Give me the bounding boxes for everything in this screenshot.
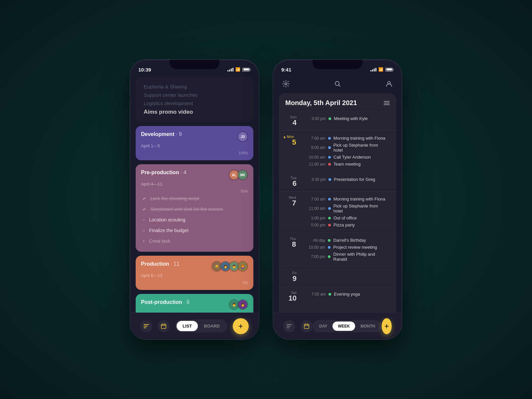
svg-rect-12: [384, 103, 390, 103]
month-tab[interactable]: MONTH: [355, 322, 380, 331]
day-tab[interactable]: DAY: [314, 322, 332, 331]
development-card[interactable]: Development · 9 JD April 1—5 100%: [136, 126, 253, 160]
event-time-4: 11:00 am: [303, 162, 326, 167]
calendar-header-bar: [273, 74, 402, 93]
event-sat10-1[interactable]: 7:00 am Evening yoga: [303, 291, 365, 298]
right-add-button[interactable]: +: [382, 318, 392, 334]
task-item-done-2[interactable]: ✓ Storyboard and shot list the scenes: [142, 204, 247, 214]
event-mon5-4[interactable]: 11:00 am Team meeting: [303, 161, 391, 168]
left-add-button[interactable]: +: [233, 318, 249, 334]
event-tue6-1[interactable]: 3:30 pm Presentation for Greg: [303, 176, 380, 183]
event-dot-2: [328, 146, 331, 149]
event-name-2: Pick up Stephanie from hotel: [333, 143, 386, 153]
add-task-item[interactable]: + Creat task: [142, 236, 247, 246]
preproduction-card[interactable]: Pre-production · 4 AL MK April 4—11 50% …: [136, 164, 253, 252]
event-time: 3:00 pm: [303, 116, 326, 121]
svg-rect-13: [384, 104, 390, 105]
day-number-thu8: 8: [284, 241, 296, 248]
calendar-hamburger-icon[interactable]: [384, 99, 390, 107]
event-dot-tue6-1: [329, 178, 331, 181]
circle-icon-2: ○: [142, 228, 145, 233]
battery-icon: [242, 68, 251, 71]
event-wed7-3[interactable]: 1:00 pm Out of office: [303, 214, 391, 221]
event-name-1: Morning training with Fiona: [333, 136, 385, 141]
task-item-todo-1[interactable]: ○ Location scouting: [142, 214, 247, 225]
day-section-fri9: Fri 9: [279, 267, 396, 286]
phone-notch: [170, 60, 219, 69]
list-tab[interactable]: LIST: [177, 321, 198, 331]
event-time-3: 10:00 am: [303, 155, 326, 160]
right-filter-icon-btn[interactable]: [283, 320, 295, 332]
day-section-sat10: Sat 10 7:00 am Evening yoga: [279, 286, 396, 306]
svg-rect-2: [144, 328, 146, 328]
svg-point-7: [285, 83, 287, 85]
faded-item-4-active[interactable]: Aims promo video: [144, 107, 245, 117]
event-dot: [329, 117, 331, 120]
event-name-tue6-1: Presentation for Greg: [334, 177, 375, 182]
svg-rect-1: [144, 326, 148, 327]
preproduction-progress: 50%: [141, 189, 248, 193]
event-sun4-1[interactable]: 3:00 pm Meeting with Kyle: [303, 115, 373, 122]
svg-rect-17: [304, 324, 309, 329]
event-time-1: 7:00 am: [303, 136, 326, 141]
faded-item-2: Support center launches: [144, 91, 245, 99]
signal-icon: [227, 68, 233, 71]
right-wifi-icon: 📶: [378, 67, 383, 72]
profile-icon[interactable]: [383, 78, 395, 90]
task-list: ✓ Lock the shooting script ✓ Storyboard …: [141, 193, 248, 246]
list-board-tabs: LIST BOARD: [175, 320, 227, 332]
day-number-sun4: 4: [284, 119, 297, 126]
event-mon5-2[interactable]: 9:00 am Pick up Stephanie from hotel: [303, 142, 391, 154]
event-dot-4: [328, 163, 331, 166]
day-section-mon5: Mon 5 7:00 am Morning training with Fion…: [279, 130, 396, 172]
right-status-time: 9:41: [281, 67, 291, 72]
event-mon5-1[interactable]: 7:00 am Morning training with Fiona: [303, 135, 391, 142]
task-item-todo-2[interactable]: ○ Finalize the budget: [142, 225, 247, 236]
production-card[interactable]: Production · 11 😀 👩 👨 👩‍🦰 April 6—13 0%: [136, 256, 253, 290]
checkmark-icon: ✓: [142, 196, 146, 201]
postproduction-title: Post-production: [141, 299, 182, 305]
event-thu8-1[interactable]: All-day Darrell's Birthday: [303, 237, 391, 244]
right-calendar-icon-btn[interactable]: [301, 320, 313, 332]
task-item-done-1[interactable]: ✓ Lock the shooting script: [142, 193, 247, 204]
event-name: Meeting with Kyle: [334, 116, 368, 121]
filter-icon-btn[interactable]: [140, 320, 152, 332]
event-thu8-2[interactable]: 10:00 am Project review meeting: [303, 244, 391, 251]
left-status-icons: 📶: [227, 67, 251, 72]
preproduction-date: April 4—11: [141, 182, 248, 187]
development-count: · 9: [176, 131, 182, 137]
calendar-icon-btn-left[interactable]: [158, 320, 170, 332]
development-title: Development: [141, 131, 174, 137]
settings-icon[interactable]: [280, 78, 292, 90]
checkmark-icon-2: ✓: [142, 206, 146, 212]
week-tab[interactable]: WEEK: [332, 322, 355, 331]
faded-item-1: Euphoria & Sharing: [144, 82, 245, 91]
calendar-main-panel: Monday, 5th April 2021 Sun 4: [279, 93, 396, 340]
calendar-scroll-area[interactable]: Sun 4 3:00 pm Meeting with Kyle: [279, 111, 396, 340]
production-title: Production: [141, 261, 169, 267]
right-battery-icon: [385, 68, 394, 71]
event-dot-3: [328, 156, 331, 159]
production-count: · 11: [171, 261, 180, 267]
circle-icon-1: ○: [142, 217, 145, 222]
event-wed7-4[interactable]: 5:00 pm Pizza party: [303, 221, 391, 228]
event-dot-1: [328, 137, 331, 140]
event-name-3: Call Tyler Anderson: [333, 155, 371, 160]
phones-container: 10:39 📶 Euphoria & Sharing S: [130, 59, 402, 340]
right-status-icons: 📶: [370, 67, 394, 72]
search-icon[interactable]: [332, 78, 343, 90]
day-number-fri9: 9: [284, 275, 297, 282]
event-wed7-2[interactable]: 11:00 am Pick up Stephanie from hotel: [303, 202, 391, 214]
event-time-tue6-1: 3:30 pm: [303, 177, 326, 182]
right-phone: 9:41 📶: [273, 59, 402, 340]
preproduction-title: Pre-production: [141, 170, 179, 175]
postproduction-card[interactable]: Post-production · 8 👨 👩: [136, 294, 253, 313]
postproduction-count: · 8: [184, 299, 190, 305]
production-progress: 0%: [141, 281, 248, 285]
board-tab[interactable]: BOARD: [198, 321, 226, 331]
event-name-4: Team meeting: [333, 162, 361, 167]
event-thu8-3[interactable]: 7:00 pm Dinner with Philip and Ranald: [303, 251, 391, 263]
event-mon5-3[interactable]: 10:00 am Call Tyler Anderson: [303, 154, 391, 161]
day-section-sun4: Sun 4 3:00 pm Meeting with Kyle: [279, 111, 396, 130]
event-wed7-1[interactable]: 7:00 am Morning training with Fiona: [303, 196, 391, 202]
